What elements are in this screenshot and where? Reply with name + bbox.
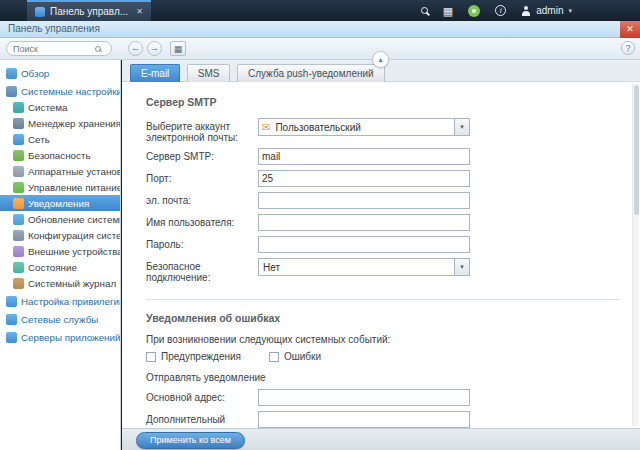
help-button[interactable]: ? [621,41,635,55]
secure-connection-row: Безопасное подключение: Нет ▾ [146,258,640,283]
mail-icon: ✉ [262,122,270,133]
search-input[interactable] [13,44,95,54]
email-address-row: эл. почта: [146,192,640,209]
main-panel: ▴ E-mail SMS Служба push-уведомлений Сер… [122,60,640,428]
wrench-icon [13,166,24,177]
sidebar-item-network-services[interactable]: Сетевые службы [0,311,120,327]
sidebar: Обзор Системные настройки Система Менедж… [0,60,121,450]
config-gear-icon [13,230,24,241]
collapse-panel-button[interactable]: ▴ [372,51,389,68]
secure-connection-label: Безопасное подключение: [146,258,258,283]
vertical-scrollbar[interactable] [632,84,639,426]
shield-icon [13,150,24,161]
username-label: admin [536,5,563,16]
sidebar-search[interactable] [6,41,112,56]
disk-icon [13,118,24,129]
window-close-button[interactable]: ✕ [620,21,640,38]
info-icon[interactable]: i [495,5,506,16]
network-services-icon [6,314,17,325]
section-divider [146,299,620,300]
sidebar-item-external-devices[interactable]: Внешние устройства [0,243,120,259]
notifications-icon[interactable] [468,5,480,17]
email-account-row: Выберите аккаунт электронной почты: ✉ По… [146,118,640,143]
smtp-section-heading: Сервер SMTP [146,96,640,108]
window-title: Панель управления [0,21,640,38]
control-panel-icon [35,7,45,17]
port-input[interactable] [258,170,470,187]
secure-connection-select[interactable]: Нет ▾ [258,258,470,276]
globe-icon [13,134,24,145]
send-notification-label: Отправлять уведомление [146,372,640,383]
sidebar-item-notifications[interactable]: Уведомления [0,195,120,211]
sidebar-item-system-settings[interactable]: Системные настройки [0,83,120,99]
email-address-label: эл. почта: [146,192,258,206]
menu-grid-button[interactable]: ▦ [170,41,186,56]
tab-email[interactable]: E-mail [130,64,180,82]
sidebar-item-hardware[interactable]: Аппаратные установки [0,163,120,179]
sidebar-item-system-logs[interactable]: Системный журнал [0,275,120,291]
dropdown-arrow-icon[interactable]: ▾ [454,119,469,135]
tab-sms[interactable]: SMS [187,64,231,82]
email-account-value: Пользовательский [273,122,454,133]
secondary-address-label: Дополнительный адрес: [146,411,258,428]
server-icon [6,332,17,343]
search-field-icon [95,46,101,52]
secure-connection-value: Нет [259,262,454,273]
username-input[interactable] [258,214,470,231]
bell-icon [13,198,24,209]
magnifier-glyph [421,7,428,14]
apply-to-all-button[interactable]: Применить ко всем [136,432,245,449]
usb-icon [13,246,24,257]
tab-push-service[interactable]: Служба push-уведомлений [237,64,385,82]
primary-address-row: Основной адрес: [146,389,640,406]
scrollbar-thumb[interactable] [634,85,639,215]
forward-button[interactable]: → [147,41,162,56]
smtp-server-input[interactable] [258,148,470,165]
sidebar-item-privilege-settings[interactable]: Настройка привилегий [0,293,120,309]
tab-close-icon[interactable]: ✕ [136,7,143,16]
bottom-bar: Применить ко всем [122,428,640,450]
port-label: Порт: [146,170,258,184]
secondary-address-input[interactable] [258,411,470,428]
email-account-label: Выберите аккаунт электронной почты: [146,118,258,143]
warnings-checkbox-label: Предупреждения [161,351,241,362]
back-button[interactable]: ← [128,41,143,56]
taskbar-tab-control-panel[interactable]: Панель управл... ✕ [27,0,151,21]
username-row: Имя пользователя: [146,214,640,231]
search-icon[interactable] [421,7,428,14]
overview-icon [6,68,17,79]
sidebar-item-app-servers[interactable]: Серверы приложений [0,329,120,345]
dropdown-arrow-icon[interactable]: ▾ [454,259,469,275]
chevron-down-icon: ▾ [568,7,572,15]
warnings-checkbox[interactable] [146,352,156,362]
system-events-label: При возникновении следующих системных со… [146,334,640,345]
screen: Панель управл... ✕ ▦ i admin ▾ Панель уп… [0,0,640,450]
sidebar-item-system[interactable]: Система [0,99,120,115]
password-input[interactable] [258,236,470,253]
primary-address-input[interactable] [258,389,470,406]
taskbar-tab-label: Панель управл... [50,6,128,17]
email-account-select[interactable]: ✉ Пользовательский ▾ [258,118,470,136]
sidebar-item-storage-manager[interactable]: Менеджер хранения [0,115,120,131]
user-menu[interactable]: admin ▾ [521,5,572,16]
chart-icon [13,262,24,273]
sidebar-item-overview[interactable]: Обзор [0,65,120,81]
taskbar-right-icons: ▦ i admin ▾ [421,5,640,17]
sidebar-item-status[interactable]: Состояние [0,259,120,275]
secondary-address-row: Дополнительный адрес: [146,411,640,428]
sidebar-item-network[interactable]: Сеть [0,131,120,147]
errors-checkbox[interactable] [269,352,279,362]
sidebar-item-system-config[interactable]: Конфигурация системы [0,227,120,243]
user-group-icon [6,296,17,307]
sidebar-item-power[interactable]: Управление питанием [0,179,120,195]
sidebar-item-firmware-update[interactable]: Обновление системы [0,211,120,227]
password-row: Пароль: [146,236,640,253]
email-address-input[interactable] [258,192,470,209]
user-icon [521,6,531,16]
primary-address-label: Основной адрес: [146,389,258,403]
background-tasks-icon[interactable]: ▦ [443,5,453,17]
sidebar-item-security[interactable]: Безопасность [0,147,120,163]
email-settings-content: Сервер SMTP Выберите аккаунт электронной… [122,82,640,428]
notification-badge [468,5,480,17]
window-toolbar: ← → ▦ ? [0,38,640,60]
